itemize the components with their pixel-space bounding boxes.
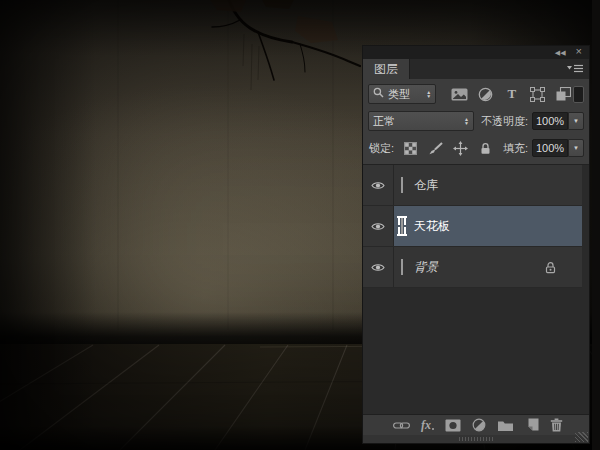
filter-pixel-layers-icon[interactable]: [450, 85, 469, 103]
layer-name[interactable]: 仓库: [414, 177, 438, 194]
layers-list: 仓库 天花板: [363, 164, 589, 414]
lock-all-icon[interactable]: [477, 140, 493, 156]
link-layers-icon[interactable]: [393, 417, 410, 433]
visibility-eye-icon[interactable]: [363, 206, 394, 246]
opacity-slider-button[interactable]: ▼: [568, 112, 584, 130]
filter-shape-layers-icon[interactable]: [528, 85, 547, 103]
blend-mode-dropdown[interactable]: 正常 ▲▼: [368, 111, 474, 131]
layer-row-body[interactable]: 背景: [394, 247, 582, 287]
filter-type-label: 类型: [388, 87, 422, 102]
delete-layer-trash-icon[interactable]: [550, 417, 563, 433]
layer-row-tianhuaban[interactable]: 天花板: [363, 206, 582, 247]
lock-position-icon[interactable]: [452, 140, 468, 156]
add-layer-mask-icon[interactable]: [445, 417, 461, 433]
visibility-eye-icon[interactable]: [363, 247, 394, 287]
filter-kind-buttons: T: [450, 85, 573, 103]
lock-label: 锁定:: [368, 141, 394, 156]
layer-styles-fx-icon[interactable]: fx: [421, 417, 434, 433]
lock-transparency-icon[interactable]: [402, 140, 418, 156]
panel-controls: 类型 ▲▼: [363, 79, 589, 164]
lock-buttons: [402, 140, 493, 156]
spinner-arrows-icon: ▲▼: [464, 117, 469, 125]
layer-row-cangku[interactable]: 仓库: [363, 165, 582, 206]
filter-type-layers-icon[interactable]: T: [502, 85, 521, 103]
spinner-arrows-icon: ▲▼: [426, 90, 431, 98]
layers-panel: ◀◀ × 图层 类型: [362, 45, 590, 444]
lock-row: 锁定:: [368, 137, 584, 159]
blend-mode-value: 正常: [373, 114, 464, 129]
layer-thumbnail[interactable]: [401, 260, 403, 274]
fill-label: 填充:: [493, 141, 532, 156]
panel-corner-resize-grip[interactable]: [575, 432, 588, 442]
layer-name[interactable]: 天花板: [414, 218, 450, 235]
close-panel-icon[interactable]: ×: [576, 46, 582, 57]
layer-row-body[interactable]: 仓库: [394, 165, 582, 205]
layer-thumbnail[interactable]: [401, 178, 403, 192]
collapse-panel-icon[interactable]: ◀◀: [555, 49, 566, 56]
search-icon: [373, 87, 384, 101]
layer-row-background[interactable]: 背景: [363, 247, 582, 288]
opacity-input[interactable]: 100%: [532, 112, 568, 130]
layer-filtering-toggle[interactable]: [573, 86, 584, 103]
layer-name[interactable]: 背景: [414, 259, 438, 276]
fill-slider-button[interactable]: ▼: [568, 139, 584, 157]
panel-titlebar: ◀◀ ×: [363, 46, 589, 59]
filter-smart-objects-icon[interactable]: [554, 85, 573, 103]
new-layer-icon[interactable]: [525, 417, 539, 433]
filter-row: 类型 ▲▼: [368, 83, 584, 105]
filter-adjustment-layers-icon[interactable]: [476, 85, 495, 103]
visibility-eye-icon[interactable]: [363, 165, 394, 205]
new-group-folder-icon[interactable]: [497, 417, 514, 433]
tab-layers[interactable]: 图层: [363, 59, 410, 79]
lock-pixels-brush-icon[interactable]: [427, 140, 443, 156]
canvas-right-edge: [592, 0, 600, 450]
blend-row: 正常 ▲▼ 不透明度: 100% ▼: [368, 110, 584, 132]
filter-type-dropdown[interactable]: 类型 ▲▼: [368, 84, 436, 104]
layer-row-body[interactable]: 天花板: [394, 206, 582, 246]
panel-bottom-edge: [363, 435, 589, 443]
layer-locked-icon: [545, 261, 556, 274]
panel-tabbar: 图层: [363, 59, 589, 79]
fill-input[interactable]: 100%: [532, 139, 568, 157]
panel-resize-handle[interactable]: [459, 437, 493, 441]
layer-thumbnail-active[interactable]: [401, 219, 403, 233]
new-adjustment-layer-icon[interactable]: [472, 417, 486, 433]
panel-menu-icon[interactable]: [567, 64, 583, 73]
panel-footer: fx: [363, 414, 589, 435]
opacity-label: 不透明度:: [474, 114, 532, 129]
